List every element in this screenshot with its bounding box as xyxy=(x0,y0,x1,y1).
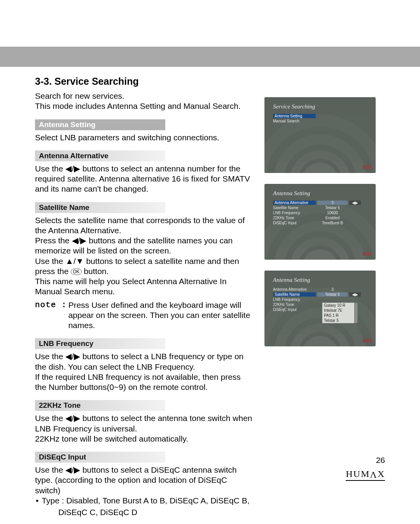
tv3-panel: Antenna Alternative 3 Satellite Name Tel… xyxy=(271,287,369,335)
brand-text-2: X xyxy=(378,469,385,479)
brand-text: HUM xyxy=(346,469,370,479)
tv1-item-0-label: Antenna Setting xyxy=(273,114,316,118)
tv3-footer-indicator xyxy=(362,339,371,342)
intro-line-2: This mode includes Antenna Setting and M… xyxy=(35,101,253,111)
k22-p1: Use the ◀/▶ buttons to select the antenn… xyxy=(35,413,253,434)
note-line: note : Press User defined and the keyboa… xyxy=(35,300,253,331)
diseqc-type-line2: DiSEqC C, DiSEqC D xyxy=(35,507,253,517)
tv2-footer-indicator xyxy=(362,252,371,256)
tv2-panel: Antenna Alternative 3 ◀▶ Satellite Name … xyxy=(271,200,369,248)
tv2-arrows-icon: ◀▶ xyxy=(349,201,361,205)
satellite-name-p1: Selects the satellite name that correspo… xyxy=(35,215,253,236)
tv2-alt-k: Antenna Alternative xyxy=(273,201,316,205)
tv2-lnb-v: 10600 xyxy=(317,211,348,215)
tv3-row-lnb: LNB Frequency xyxy=(271,297,369,302)
section-heading: 3-3. Service Searching xyxy=(35,76,253,87)
satellite-name-p2: Press the ◀/▶ buttons and the satellite … xyxy=(35,236,253,256)
tv1-item-manual-search: Manual Search xyxy=(271,119,369,124)
intro-line-1: Search for new services. xyxy=(35,91,253,101)
page-number: 26 xyxy=(376,456,385,465)
tv2-row-dis: DiSEqC Input ToneBurst B xyxy=(271,220,369,225)
tv2-tone-v: Enabled xyxy=(317,216,348,220)
main-column: 3-3. Service Searching Search for new se… xyxy=(35,76,253,517)
tv-screenshot-service-searching: Service Searching Antenna Setting Manual… xyxy=(264,97,376,173)
brand-logo: HUMΛX xyxy=(346,469,385,481)
tv2-sat-k: Satellite Name xyxy=(273,206,316,210)
tv2-tone-k: 22KHz Tone xyxy=(273,216,316,220)
brand-caret-icon: Λ xyxy=(370,470,377,480)
tv2-dis-k: DiSEqC Input xyxy=(273,221,316,225)
tv3-dis-k: DiSEqC Input xyxy=(273,307,316,312)
subsection-antenna-alternative: Antenna Alternative xyxy=(35,150,165,161)
diseqc-type-line1: • Type : Disabled, Tone Burst A to B, Di… xyxy=(35,496,253,506)
ok-button-icon: OK xyxy=(71,269,81,275)
subsection-22khz-tone: 22KHz Tone xyxy=(35,400,165,411)
header-band xyxy=(0,47,420,67)
tv2-sat-v: Telstar 5 xyxy=(317,206,348,210)
tv3-row-sat: Satellite Name Telstar 5 ◀▶ xyxy=(271,292,369,297)
tv3-opt-3: Telstar 5 xyxy=(322,318,354,323)
subsection-lnb-frequency: LNB Frequency xyxy=(35,338,165,349)
tv3-dropdown-scrollbar xyxy=(355,303,357,323)
tv2-row-lnb: LNB Frequency 10600 xyxy=(271,210,369,215)
antenna-alternative-body: Use the ◀/▶ buttons to select an antenna… xyxy=(35,164,253,194)
tv1-item-1-label: Manual Search xyxy=(273,119,316,123)
bullet-icon: • xyxy=(35,496,42,506)
k22-p2: 22KHz tone will be switched automaticall… xyxy=(35,434,253,444)
tv3-sat-v: Telstar 5 xyxy=(317,292,348,297)
antenna-setting-body: Select LNB parameters and switching conn… xyxy=(35,133,253,143)
subsection-diseqc-input: DiSEqC Input xyxy=(35,452,165,463)
tv1-title: Service Searching xyxy=(273,103,315,110)
tv-screenshot-antenna-setting-1: Antenna Setting Antenna Alternative 3 ◀▶… xyxy=(264,184,376,260)
satellite-name-p3b: button. xyxy=(84,267,108,276)
diseqc-p1: Use the ◀/▶ buttons to select a DiSEqC a… xyxy=(35,465,253,496)
tv3-row-alt: Antenna Alternative 3 xyxy=(271,287,369,292)
tv3-alt-v: 3 xyxy=(317,287,348,292)
tv2-title: Antenna Setting xyxy=(273,190,310,197)
tv1-item-antenna-setting: Antenna Setting xyxy=(271,114,369,119)
tv3-satellite-dropdown: Galaxy 10 R Intelsat 7E PAS 1 R Telstar … xyxy=(322,302,355,323)
side-column: Service Searching Antenna Setting Manual… xyxy=(264,97,385,357)
tv3-alt-k: Antenna Alternative xyxy=(273,287,316,292)
note-body: Press User defined and the keyboard imag… xyxy=(68,300,253,331)
lnb-p1: Use the ◀/▶ buttons to select a LNB freq… xyxy=(35,351,253,372)
page-body: 3-3. Service Searching Search for new se… xyxy=(35,76,385,517)
tv3-arrows-icon: ◀▶ xyxy=(349,292,361,297)
subsection-satellite-name: Satellite Name xyxy=(35,202,165,213)
tv3-lnb-k: LNB Frequency xyxy=(273,297,316,302)
tv-screenshot-antenna-setting-2: Antenna Setting Antenna Alternative 3 Sa… xyxy=(264,271,376,346)
tv3-opt-0: Galaxy 10 R xyxy=(322,303,354,308)
diseqc-type-text1: Type : Disabled, Tone Burst A to B, DiSE… xyxy=(42,496,253,506)
tv2-row-alt: Antenna Alternative 3 ◀▶ xyxy=(271,200,369,205)
tv2-row-sat: Satellite Name Telstar 5 xyxy=(271,205,369,210)
tv2-dis-v: ToneBurst B xyxy=(317,221,348,225)
note-label: note : xyxy=(35,300,68,331)
tv3-sat-k: Satellite Name xyxy=(273,292,316,297)
tv3-opt-1: Intelsat 7E xyxy=(322,308,354,313)
satellite-name-p3a: Use the ▲/▼ buttons to select a satellit… xyxy=(35,257,239,276)
tv2-row-tone: 22KHz Tone Enabled xyxy=(271,215,369,220)
tv2-lnb-k: LNB Frequency xyxy=(273,211,316,215)
tv1-footer-indicator xyxy=(362,165,371,169)
lnb-p2: If the required LNB frequency is not ava… xyxy=(35,372,253,393)
tv2-alt-v: 3 xyxy=(317,201,348,205)
tv3-opt-2: PAS 1 R xyxy=(322,313,354,318)
satellite-name-p4: This name will help you Select Antenna A… xyxy=(35,276,253,297)
tv3-tone-k: 22KHz Tone xyxy=(273,302,316,307)
satellite-name-p3: Use the ▲/▼ buttons to select a satellit… xyxy=(35,256,253,277)
tv1-panel: Antenna Setting Manual Search xyxy=(271,114,369,161)
tv3-title: Antenna Setting xyxy=(273,277,310,283)
subsection-antenna-setting: Antenna Setting xyxy=(35,119,165,130)
